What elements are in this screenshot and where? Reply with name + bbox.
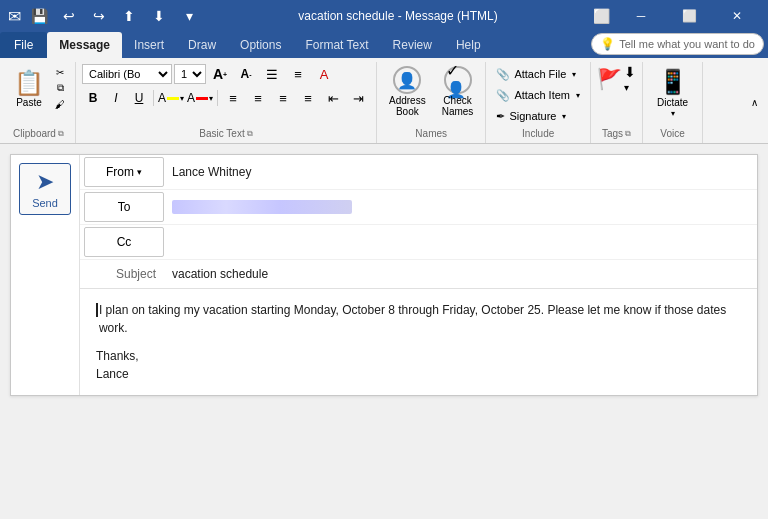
dictate-dropdown[interactable]: ▾ xyxy=(671,109,675,118)
compose-right: From ▾ Lance Whitney To xyxy=(80,155,757,395)
tab-insert[interactable]: Insert xyxy=(122,32,176,58)
font-color-dropdown-icon[interactable]: ▾ xyxy=(209,94,213,103)
increase-indent-button[interactable]: ⇥ xyxy=(346,88,370,108)
dictate-button[interactable]: 📱 Dictate ▾ xyxy=(649,64,696,122)
font-format-row: B I U A ▾ A ▾ ≡ ≡ ≡ ≡ ⇤ xyxy=(82,88,370,108)
clipboard-expand-icon[interactable]: ⧉ xyxy=(58,129,64,139)
redo-qs-button[interactable]: ↪ xyxy=(85,2,113,30)
font-color-button[interactable]: A ▾ xyxy=(186,88,214,108)
attach-item-dropdown[interactable]: ▾ xyxy=(576,91,580,100)
signature-dropdown[interactable]: ▾ xyxy=(562,112,566,121)
cut-button[interactable]: ✂ xyxy=(51,64,69,80)
paste-icon: 📋 xyxy=(14,69,44,97)
decrease-indent-button[interactable]: ⇤ xyxy=(321,88,345,108)
flag-button[interactable]: 🚩 xyxy=(597,67,622,91)
body-thanks: Thanks, Lance xyxy=(96,347,741,383)
paste-label: Paste xyxy=(16,97,42,108)
close-button[interactable]: ✕ xyxy=(714,0,760,32)
tab-file[interactable]: File xyxy=(0,32,47,58)
tab-options[interactable]: Options xyxy=(228,32,293,58)
header-fields: From ▾ Lance Whitney To xyxy=(80,155,757,289)
justify-button[interactable]: ≡ xyxy=(296,88,320,108)
basic-text-group: Calibri (Bo 11 A+ A- ☰ ≡ A B I U A ▾ xyxy=(78,62,377,143)
sig-name: Lance xyxy=(96,365,741,383)
attach-file-icon: 📎 xyxy=(496,68,510,81)
tags-side: ⬇ ▾ xyxy=(624,64,636,93)
separator xyxy=(153,90,154,106)
lightbulb-icon: 💡 xyxy=(600,37,615,51)
basic-text-expand-icon[interactable]: ⧉ xyxy=(247,129,253,139)
thanks-line: Thanks, xyxy=(96,347,741,365)
tab-message[interactable]: Message xyxy=(47,32,122,58)
attach-item-button[interactable]: 📎 Attach Item ▾ xyxy=(492,85,584,105)
tags-label: Tags ⧉ xyxy=(597,126,636,141)
paste-group: 📋 Paste ✂ ⧉ 🖌 xyxy=(8,64,69,112)
tab-draw[interactable]: Draw xyxy=(176,32,228,58)
check-names-button[interactable]: ✓👤 CheckNames xyxy=(436,64,480,119)
titlebar: ✉ 💾 ↩ ↪ ⬆ ⬇ ▾ vacation schedule - Messag… xyxy=(0,0,768,32)
to-button[interactable]: To xyxy=(84,192,164,222)
send-label: Send xyxy=(32,197,58,209)
separator2 xyxy=(217,90,218,106)
tags-content: 🚩 ⬇ ▾ xyxy=(597,64,636,126)
font-color-bar xyxy=(196,97,208,100)
to-address-blurred xyxy=(172,200,352,214)
cc-value[interactable] xyxy=(168,240,757,244)
font-grow-button[interactable]: A+ xyxy=(208,64,232,84)
compose-body[interactable]: I plan on taking my vacation starting Mo… xyxy=(80,289,757,395)
quick-access-toolbar: 💾 ↩ ↪ ⬆ ⬇ ▾ xyxy=(25,2,203,30)
signature-button[interactable]: ✒ Signature ▾ xyxy=(492,106,584,126)
restore-button[interactable]: ⬜ xyxy=(666,0,712,32)
tell-me-box[interactable]: 💡 Tell me what you want to do xyxy=(591,33,764,55)
tags-more-icon[interactable]: ▾ xyxy=(624,82,636,93)
align-center-button[interactable]: ≡ xyxy=(246,88,270,108)
from-button[interactable]: From ▾ xyxy=(84,157,164,187)
number-list-button[interactable]: ≡ xyxy=(286,64,310,84)
align-right-button[interactable]: ≡ xyxy=(271,88,295,108)
font-size-select[interactable]: 11 xyxy=(174,64,206,84)
highlight-button[interactable]: A ▾ xyxy=(157,88,185,108)
ribbon-tabs: File Message Insert Draw Options Format … xyxy=(0,32,768,58)
attach-file-dropdown[interactable]: ▾ xyxy=(572,70,576,79)
send-button[interactable]: ➤ Send xyxy=(19,163,71,215)
copy-button[interactable]: ⧉ xyxy=(51,80,69,96)
subject-value[interactable]: vacation schedule xyxy=(168,265,757,283)
to-value[interactable] xyxy=(168,198,757,216)
address-book-button[interactable]: 👤 AddressBook xyxy=(383,64,432,119)
titlebar-left: ✉ 💾 ↩ ↪ ⬆ ⬇ ▾ xyxy=(8,2,203,30)
tell-me-label: Tell me what you want to do xyxy=(619,38,755,50)
save-qs-button[interactable]: 💾 xyxy=(25,2,53,30)
font-family-select[interactable]: Calibri (Bo xyxy=(82,64,172,84)
tags-dropdown-icon[interactable]: ⬇ xyxy=(624,64,636,80)
up-qs-button[interactable]: ⬆ xyxy=(115,2,143,30)
clear-format-button[interactable]: A xyxy=(312,64,336,84)
font-color-icon: A xyxy=(187,91,195,105)
check-names-icon: ✓👤 xyxy=(444,66,472,94)
highlight-dropdown-icon[interactable]: ▾ xyxy=(180,94,184,103)
subject-row: Subject vacation schedule xyxy=(80,260,757,288)
bold-button[interactable]: B xyxy=(82,88,104,108)
align-left-button[interactable]: ≡ xyxy=(221,88,245,108)
paste-button[interactable]: 📋 Paste xyxy=(8,64,50,112)
attach-file-button[interactable]: 📎 Attach File ▾ xyxy=(492,64,584,84)
tab-help[interactable]: Help xyxy=(444,32,493,58)
italic-button[interactable]: I xyxy=(105,88,127,108)
ribbon-collapse-button[interactable]: ∧ xyxy=(744,62,764,143)
undo-qs-button[interactable]: ↩ xyxy=(55,2,83,30)
minimize-button[interactable]: ─ xyxy=(618,0,664,32)
font-shrink-button[interactable]: A- xyxy=(234,64,258,84)
window-controls: ─ ⬜ ✕ xyxy=(618,0,760,32)
format-painter-button[interactable]: 🖌 xyxy=(51,96,69,112)
qs-more-button[interactable]: ▾ xyxy=(175,2,203,30)
underline-button[interactable]: U xyxy=(128,88,150,108)
tab-review[interactable]: Review xyxy=(381,32,444,58)
tags-expand-icon[interactable]: ⧉ xyxy=(625,129,631,139)
from-dropdown-icon: ▾ xyxy=(137,167,142,177)
text-cursor xyxy=(96,303,98,317)
compose-area: ➤ Send From ▾ Lance Whitney xyxy=(10,154,758,396)
include-group: 📎 Attach File ▾ 📎 Attach Item ▾ ✒ Signat… xyxy=(488,62,591,143)
down-qs-button[interactable]: ⬇ xyxy=(145,2,173,30)
tab-format-text[interactable]: Format Text xyxy=(293,32,380,58)
cc-button[interactable]: Cc xyxy=(84,227,164,257)
bullet-list-button[interactable]: ☰ xyxy=(260,64,284,84)
